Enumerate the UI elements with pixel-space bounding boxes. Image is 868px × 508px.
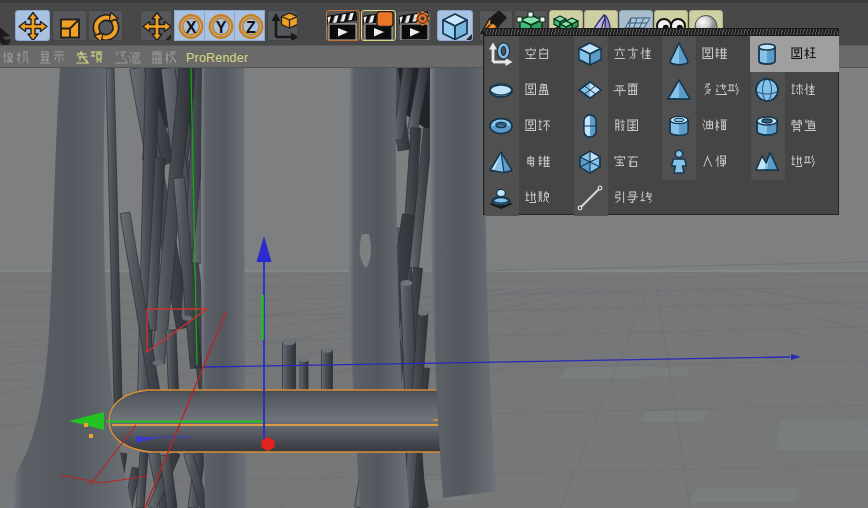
- svg-text:X: X: [186, 19, 197, 36]
- svg-text:Y: Y: [216, 19, 227, 36]
- svg-text:Z: Z: [246, 19, 256, 36]
